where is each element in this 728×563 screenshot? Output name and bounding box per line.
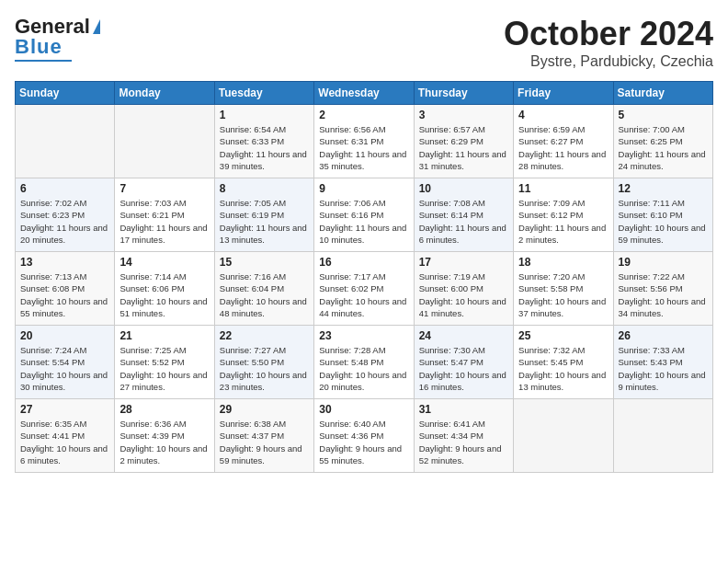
day-info: Sunrise: 6:41 AM Sunset: 4:34 PM Dayligh… — [419, 418, 508, 466]
calendar-cell: 3Sunrise: 6:57 AM Sunset: 6:29 PM Daylig… — [414, 105, 513, 178]
day-number: 8 — [220, 182, 309, 195]
day-number: 30 — [319, 403, 408, 416]
weekday-header-tuesday: Tuesday — [214, 82, 313, 105]
day-info: Sunrise: 7:09 AM Sunset: 6:12 PM Dayligh… — [518, 197, 608, 246]
calendar-cell: 27Sunrise: 6:35 AM Sunset: 4:41 PM Dayli… — [16, 399, 115, 473]
day-number: 16 — [319, 256, 408, 269]
calendar-cell: 7Sunrise: 7:03 AM Sunset: 6:21 PM Daylig… — [115, 178, 214, 252]
day-number: 11 — [518, 182, 608, 195]
day-info: Sunrise: 7:19 AM Sunset: 6:00 PM Dayligh… — [419, 270, 508, 319]
day-info: Sunrise: 7:30 AM Sunset: 5:47 PM Dayligh… — [419, 344, 508, 393]
calendar-cell: 10Sunrise: 7:08 AM Sunset: 6:14 PM Dayli… — [414, 178, 513, 252]
calendar-week-5: 27Sunrise: 6:35 AM Sunset: 4:41 PM Dayli… — [16, 399, 713, 473]
day-info: Sunrise: 6:36 AM Sunset: 4:39 PM Dayligh… — [119, 418, 209, 466]
logo-underline — [15, 60, 72, 62]
day-info: Sunrise: 7:24 AM Sunset: 5:54 PM Dayligh… — [20, 344, 109, 393]
calendar-cell: 22Sunrise: 7:27 AM Sunset: 5:50 PM Dayli… — [214, 326, 313, 399]
calendar-cell: 24Sunrise: 7:30 AM Sunset: 5:47 PM Dayli… — [414, 326, 513, 399]
logo-arrow-icon — [93, 19, 100, 34]
calendar-cell: 2Sunrise: 6:56 AM Sunset: 6:31 PM Daylig… — [314, 105, 414, 178]
calendar-cell: 30Sunrise: 6:40 AM Sunset: 4:36 PM Dayli… — [314, 399, 414, 473]
day-info: Sunrise: 6:56 AM Sunset: 6:31 PM Dayligh… — [319, 123, 408, 172]
day-info: Sunrise: 7:20 AM Sunset: 5:58 PM Dayligh… — [518, 270, 608, 319]
calendar-table: SundayMondayTuesdayWednesdayThursdayFrid… — [15, 81, 713, 473]
weekday-header-friday: Friday — [514, 82, 613, 105]
day-number: 15 — [220, 256, 309, 269]
calendar-cell: 8Sunrise: 7:05 AM Sunset: 6:19 PM Daylig… — [214, 178, 313, 252]
day-info: Sunrise: 7:06 AM Sunset: 6:16 PM Dayligh… — [319, 197, 408, 246]
day-number: 6 — [20, 182, 109, 195]
day-info: Sunrise: 7:16 AM Sunset: 6:04 PM Dayligh… — [220, 270, 309, 319]
day-info: Sunrise: 7:08 AM Sunset: 6:14 PM Dayligh… — [419, 197, 508, 246]
calendar-cell — [514, 399, 613, 473]
weekday-header-row: SundayMondayTuesdayWednesdayThursdayFrid… — [16, 82, 713, 105]
weekday-header-monday: Monday — [115, 82, 214, 105]
location-subtitle: Bystre, Pardubicky, Czechia — [504, 53, 713, 70]
day-number: 21 — [119, 329, 209, 342]
day-number: 24 — [419, 329, 508, 342]
day-number: 25 — [518, 329, 608, 342]
day-info: Sunrise: 7:32 AM Sunset: 5:45 PM Dayligh… — [518, 344, 608, 393]
weekday-header-wednesday: Wednesday — [314, 82, 414, 105]
calendar-cell: 13Sunrise: 7:13 AM Sunset: 6:08 PM Dayli… — [16, 252, 115, 326]
day-info: Sunrise: 7:05 AM Sunset: 6:19 PM Dayligh… — [220, 197, 309, 246]
calendar-cell: 15Sunrise: 7:16 AM Sunset: 6:04 PM Dayli… — [214, 252, 313, 326]
day-number: 9 — [319, 182, 408, 195]
day-info: Sunrise: 7:25 AM Sunset: 5:52 PM Dayligh… — [119, 344, 209, 393]
day-number: 23 — [319, 329, 408, 342]
calendar-cell: 12Sunrise: 7:11 AM Sunset: 6:10 PM Dayli… — [613, 178, 712, 252]
day-info: Sunrise: 7:00 AM Sunset: 6:25 PM Dayligh… — [619, 123, 708, 172]
day-number: 17 — [419, 256, 508, 269]
weekday-header-saturday: Saturday — [613, 82, 712, 105]
day-info: Sunrise: 6:59 AM Sunset: 6:27 PM Dayligh… — [518, 123, 608, 172]
calendar-cell — [613, 399, 712, 473]
day-number: 12 — [619, 182, 708, 195]
calendar-week-1: 1Sunrise: 6:54 AM Sunset: 6:33 PM Daylig… — [16, 105, 713, 178]
day-number: 19 — [619, 256, 708, 269]
day-number: 2 — [319, 109, 408, 121]
day-number: 7 — [119, 182, 209, 195]
weekday-header-thursday: Thursday — [414, 82, 513, 105]
day-number: 22 — [220, 329, 309, 342]
day-info: Sunrise: 7:28 AM Sunset: 5:48 PM Dayligh… — [319, 344, 408, 393]
calendar-cell: 26Sunrise: 7:33 AM Sunset: 5:43 PM Dayli… — [613, 326, 712, 399]
calendar-cell: 25Sunrise: 7:32 AM Sunset: 5:45 PM Dayli… — [514, 326, 613, 399]
weekday-header-sunday: Sunday — [16, 82, 115, 105]
day-info: Sunrise: 6:57 AM Sunset: 6:29 PM Dayligh… — [419, 123, 508, 172]
day-number: 31 — [419, 403, 508, 416]
calendar-cell: 14Sunrise: 7:14 AM Sunset: 6:06 PM Dayli… — [115, 252, 214, 326]
calendar-cell: 6Sunrise: 7:02 AM Sunset: 6:23 PM Daylig… — [16, 178, 115, 252]
day-number: 26 — [619, 329, 708, 342]
day-info: Sunrise: 7:27 AM Sunset: 5:50 PM Dayligh… — [220, 344, 309, 393]
calendar-cell: 23Sunrise: 7:28 AM Sunset: 5:48 PM Dayli… — [314, 326, 414, 399]
day-number: 5 — [619, 109, 708, 121]
calendar-cell: 20Sunrise: 7:24 AM Sunset: 5:54 PM Dayli… — [16, 326, 115, 399]
day-number: 13 — [20, 256, 109, 269]
day-number: 27 — [20, 403, 109, 416]
day-info: Sunrise: 7:14 AM Sunset: 6:06 PM Dayligh… — [119, 270, 209, 319]
calendar-cell: 21Sunrise: 7:25 AM Sunset: 5:52 PM Dayli… — [115, 326, 214, 399]
calendar-cell: 31Sunrise: 6:41 AM Sunset: 4:34 PM Dayli… — [414, 399, 513, 473]
calendar-cell — [16, 105, 115, 178]
day-number: 1 — [220, 109, 309, 121]
calendar-cell: 11Sunrise: 7:09 AM Sunset: 6:12 PM Dayli… — [514, 178, 613, 252]
day-number: 29 — [220, 403, 309, 416]
calendar-cell: 19Sunrise: 7:22 AM Sunset: 5:56 PM Dayli… — [613, 252, 712, 326]
calendar-cell: 17Sunrise: 7:19 AM Sunset: 6:00 PM Dayli… — [414, 252, 513, 326]
day-number: 18 — [518, 256, 608, 269]
calendar-week-4: 20Sunrise: 7:24 AM Sunset: 5:54 PM Dayli… — [16, 326, 713, 399]
day-info: Sunrise: 6:40 AM Sunset: 4:36 PM Dayligh… — [319, 418, 408, 466]
calendar-cell: 1Sunrise: 6:54 AM Sunset: 6:33 PM Daylig… — [214, 105, 313, 178]
day-info: Sunrise: 7:13 AM Sunset: 6:08 PM Dayligh… — [20, 270, 109, 319]
calendar-cell: 28Sunrise: 6:36 AM Sunset: 4:39 PM Dayli… — [115, 399, 214, 473]
month-title: October 2024 — [504, 15, 713, 53]
day-info: Sunrise: 7:17 AM Sunset: 6:02 PM Dayligh… — [319, 270, 408, 319]
calendar-week-2: 6Sunrise: 7:02 AM Sunset: 6:23 PM Daylig… — [16, 178, 713, 252]
page-header: General Blue October 2024 Bystre, Pardub… — [15, 15, 713, 70]
calendar-cell: 16Sunrise: 7:17 AM Sunset: 6:02 PM Dayli… — [314, 252, 414, 326]
logo: General Blue — [15, 15, 100, 62]
day-number: 14 — [119, 256, 209, 269]
day-number: 4 — [518, 109, 608, 121]
day-info: Sunrise: 7:02 AM Sunset: 6:23 PM Dayligh… — [20, 197, 109, 246]
day-number: 3 — [419, 109, 508, 121]
